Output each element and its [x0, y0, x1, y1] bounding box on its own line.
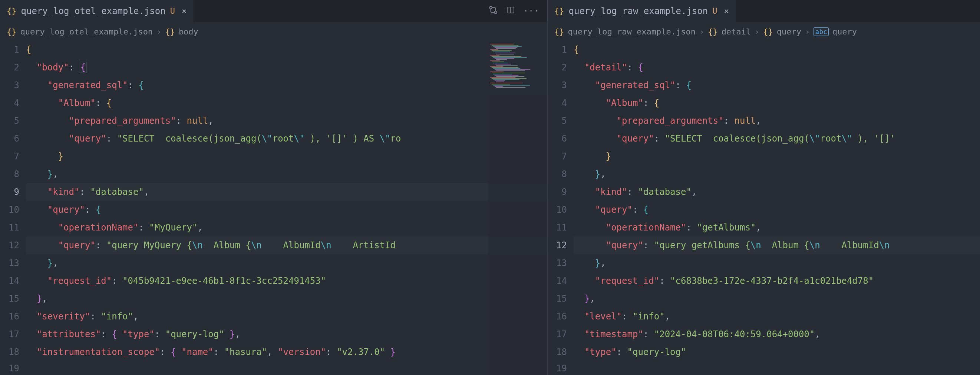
- breadcrumb-right[interactable]: {} query_log_raw_example.json › {} detai…: [548, 22, 980, 41]
- chevron-right-icon: ›: [156, 27, 161, 36]
- more-icon[interactable]: ···: [523, 6, 539, 16]
- line-gutter: 12345678910111213141516171819: [548, 41, 574, 375]
- object-icon: {}: [708, 27, 718, 36]
- editor-left[interactable]: 12345678910111213141516171819 { "body": …: [0, 41, 547, 375]
- json-icon: {}: [7, 27, 17, 36]
- string-icon: abc: [813, 27, 829, 36]
- breadcrumb-segment[interactable]: query: [777, 27, 801, 36]
- tab-label: query_log_raw_example.json: [569, 6, 708, 16]
- chevron-right-icon: ›: [754, 27, 759, 36]
- breadcrumb-segment[interactable]: body: [179, 27, 198, 36]
- breadcrumb-file[interactable]: query_log_otel_example.json: [21, 27, 153, 36]
- tab-raw[interactable]: {} query_log_raw_example.json U ×: [548, 0, 736, 22]
- tab-bar-right: {} query_log_raw_example.json U ×: [548, 0, 980, 22]
- code-content[interactable]: { "body": { "generated_sql": { "Album": …: [26, 41, 547, 375]
- tab-otel[interactable]: {} query_log_otel_example.json U ×: [0, 0, 193, 22]
- code-content[interactable]: { "detail": { "generated_sql": { "Album"…: [574, 41, 980, 375]
- svg-point-1: [494, 11, 497, 14]
- breadcrumb-file[interactable]: query_log_raw_example.json: [568, 27, 695, 36]
- line-gutter: 12345678910111213141516171819: [0, 41, 26, 375]
- chevron-right-icon: ›: [805, 27, 810, 36]
- editor-pane-left: {} query_log_otel_example.json U × ··· {…: [0, 0, 548, 375]
- close-icon[interactable]: ×: [182, 6, 186, 16]
- close-icon[interactable]: ×: [724, 6, 729, 16]
- chevron-right-icon: ›: [699, 27, 704, 36]
- editor-right[interactable]: 12345678910111213141516171819 { "detail"…: [548, 41, 980, 375]
- breadcrumb-left[interactable]: {} query_log_otel_example.json › {} body: [0, 22, 547, 41]
- split-container: {} query_log_otel_example.json U × ··· {…: [0, 0, 980, 375]
- git-status-badge: U: [170, 6, 175, 16]
- editor-pane-right: {} query_log_raw_example.json U × {} que…: [548, 0, 980, 375]
- breadcrumb-segment[interactable]: detail: [722, 27, 751, 36]
- git-status-badge: U: [712, 6, 717, 16]
- json-icon: {}: [7, 6, 17, 16]
- split-icon[interactable]: [506, 6, 515, 17]
- tab-bar-left: {} query_log_otel_example.json U × ···: [0, 0, 547, 22]
- breadcrumb-segment[interactable]: query: [832, 27, 857, 36]
- editor-toolbar: ···: [488, 5, 547, 17]
- tab-label: query_log_otel_example.json: [21, 6, 166, 16]
- svg-point-0: [490, 6, 492, 9]
- object-icon: {}: [165, 27, 175, 36]
- minimap[interactable]: [488, 41, 547, 375]
- object-icon: {}: [763, 27, 773, 36]
- json-icon: {}: [554, 27, 564, 36]
- json-icon: {}: [554, 6, 564, 16]
- compare-icon[interactable]: [488, 5, 498, 17]
